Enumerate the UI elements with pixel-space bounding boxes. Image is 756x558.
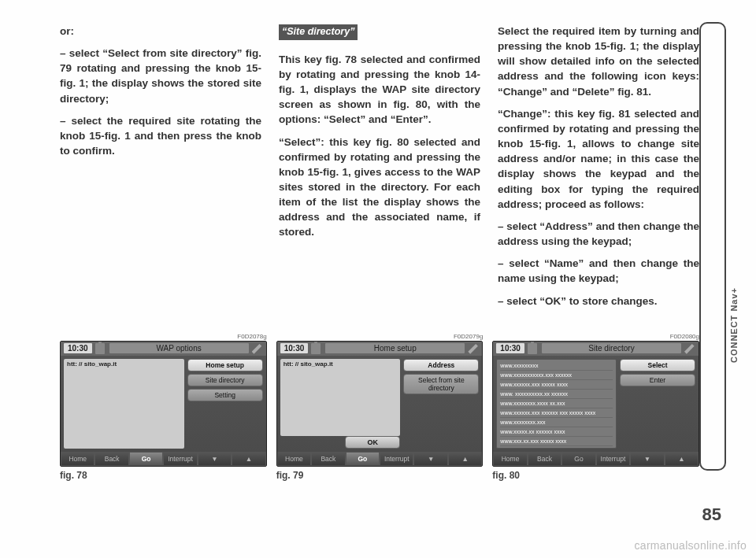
footer-up[interactable]: ▲ [448, 452, 482, 466]
screen-80-footer: Home Back Go Interrupt ▼ ▲ [493, 452, 699, 466]
screen-79-title: Home setup [325, 343, 465, 353]
screen-79-ref: F0D2079g [276, 333, 484, 340]
footer-home[interactable]: Home [61, 452, 94, 466]
pencil-icon [468, 343, 479, 354]
side-tab: CONNECT Nav+ [699, 22, 726, 471]
screen-78-wrap: F0D2078g 10:30 WAP options htt: // sito_… [60, 333, 267, 481]
col1-p1: – select “Select from site directory” fi… [60, 46, 261, 106]
screen-79-header: 10:30 Home setup [277, 342, 483, 356]
footer-interrupt[interactable]: Interrupt [380, 452, 413, 466]
footer-go[interactable]: Go [346, 452, 380, 466]
watermark: carmanualsonline.info [635, 539, 747, 552]
screen-78-title: WAP options [109, 343, 249, 353]
setting-button[interactable]: Setting [187, 389, 263, 401]
col3-p3: – select “Address” and then change the a… [498, 219, 699, 249]
phone-icon [311, 343, 321, 354]
footer-interrupt[interactable]: Interrupt [596, 452, 630, 466]
list-item[interactable]: www.xxxxx.xx xxxxxx xxxx [500, 427, 613, 437]
footer-home[interactable]: Home [277, 452, 311, 466]
text-columns: or: – select “Select from site directory… [60, 24, 721, 316]
screen-78: 10:30 WAP options htt: // sito_wap.it Ho… [60, 341, 267, 467]
side-tab-label: CONNECT Nav+ [729, 287, 739, 363]
home-setup-button[interactable]: Home setup [187, 359, 263, 371]
fig-80-label: fig. 80 [492, 470, 699, 481]
ok-button[interactable]: OK [345, 436, 400, 449]
screen-78-body: htt: // sito_wap.it Home setup Site dire… [61, 356, 266, 452]
screen-78-footer: Home Back Go Interrupt ▼ ▲ [61, 452, 266, 466]
footer-back[interactable]: Back [311, 452, 345, 466]
pencil-icon [684, 343, 695, 354]
select-from-directory-button[interactable]: Select from site directory [403, 374, 479, 394]
column-2: “Site directory” This key fig. 78 select… [279, 24, 480, 316]
footer-interrupt[interactable]: Interrupt [163, 452, 197, 466]
screen-80-title: Site directory [542, 343, 681, 353]
footer-back[interactable]: Back [528, 452, 561, 466]
col3-p1: Select the required item by turning and … [498, 24, 699, 99]
list-item[interactable]: www.xxxxxx.xxx xxxxx xxxx [500, 380, 613, 390]
screen-79: 10:30 Home setup htt: // sito_wap.it OK … [276, 341, 484, 467]
fig-79-label: fig. 79 [276, 470, 484, 481]
enter-button[interactable]: Enter [620, 374, 695, 386]
page-number: 85 [702, 504, 721, 525]
list-item[interactable]: www.xxxxxx.xxx xxxxxx xxx xxxxx xxxx [500, 408, 613, 418]
list-item[interactable]: www. xxxxxxxxxx.xx xxxxxx [500, 390, 613, 399]
clock-value: 10:30 [280, 343, 309, 353]
footer-up[interactable]: ▲ [232, 452, 265, 466]
col2-heading: “Site directory” [279, 24, 358, 40]
screen-78-ref: F0D2078g [60, 333, 267, 340]
url-box: htt: // sito_wap.it [280, 359, 401, 436]
footer-home[interactable]: Home [493, 452, 527, 466]
list-item[interactable]: www.xxxxxxxxxxx.xxx xxxxxx [500, 371, 613, 380]
screen-79-wrap: F0D2079g 10:30 Home setup htt: // sito_w… [276, 333, 484, 481]
screen-80-ref: F0D2080g [492, 333, 699, 340]
site-directory-list[interactable]: www.xxxxxxxxx www.xxxxxxxxxxx.xxx xxxxxx… [496, 359, 617, 449]
screen-79-body: htt: // sito_wap.it OK Address Select fr… [277, 356, 483, 452]
footer-down[interactable]: ▼ [413, 452, 447, 466]
column-1: or: – select “Select from site directory… [60, 24, 261, 316]
col1-p2: – select the required site rotating the … [60, 113, 261, 158]
screen-80-body: www.xxxxxxxxx www.xxxxxxxxxxx.xxx xxxxxx… [493, 356, 699, 452]
col3-p2: “Change”: this key fig. 81 selected and … [498, 106, 699, 212]
footer-down[interactable]: ▼ [630, 452, 664, 466]
site-directory-button[interactable]: Site directory [187, 374, 263, 386]
footer-back[interactable]: Back [94, 452, 128, 466]
col3-p5: – select “OK” to store changes. [498, 294, 699, 309]
col2-p1: This key fig. 78 selected and confirmed … [279, 52, 480, 127]
clock-value: 10:30 [64, 343, 92, 353]
footer-go[interactable]: Go [561, 452, 595, 466]
footer-down[interactable]: ▼ [198, 452, 232, 466]
clock-value: 10:30 [496, 343, 524, 353]
list-item[interactable]: www.xxxxxx.xxx [500, 446, 613, 449]
list-item[interactable]: www.xxxxxxxx.xxx [500, 418, 613, 427]
phone-icon [95, 343, 105, 354]
address-button[interactable]: Address [403, 359, 479, 371]
list-item[interactable]: www.xxx.xx.xxx xxxxx xxxx [500, 437, 613, 446]
list-item[interactable]: www.xxxxxxxx.xxxx xx.xxx [500, 399, 613, 408]
column-3: Select the required item by turning and … [498, 24, 721, 316]
screen-80-wrap: F0D2080g 10:30 Site directory www.xxxxxx… [492, 333, 699, 481]
col2-p2: “Select”: this key fig. 80 selected and … [279, 135, 480, 240]
pencil-icon [252, 343, 263, 354]
url-box: htt: // sito_wap.it [64, 359, 184, 449]
screen-80-header: 10:30 Site directory [493, 342, 699, 356]
phone-icon [528, 343, 537, 354]
col3-p4: – select “Name” and then change the name… [498, 256, 699, 286]
fig-78-label: fig. 78 [60, 470, 267, 481]
list-item[interactable]: www.xxxxxxxxx [500, 361, 613, 371]
col1-p0: or: [60, 24, 261, 39]
footer-go[interactable]: Go [129, 452, 163, 466]
screens-row: F0D2078g 10:30 WAP options htt: // sito_… [60, 333, 721, 481]
screen-80: 10:30 Site directory www.xxxxxxxxx www.x… [492, 341, 699, 467]
screen-79-footer: Home Back Go Interrupt ▼ ▲ [277, 452, 483, 466]
footer-up[interactable]: ▲ [665, 452, 699, 466]
screen-78-header: 10:30 WAP options [61, 342, 266, 356]
select-button[interactable]: Select [620, 359, 695, 371]
